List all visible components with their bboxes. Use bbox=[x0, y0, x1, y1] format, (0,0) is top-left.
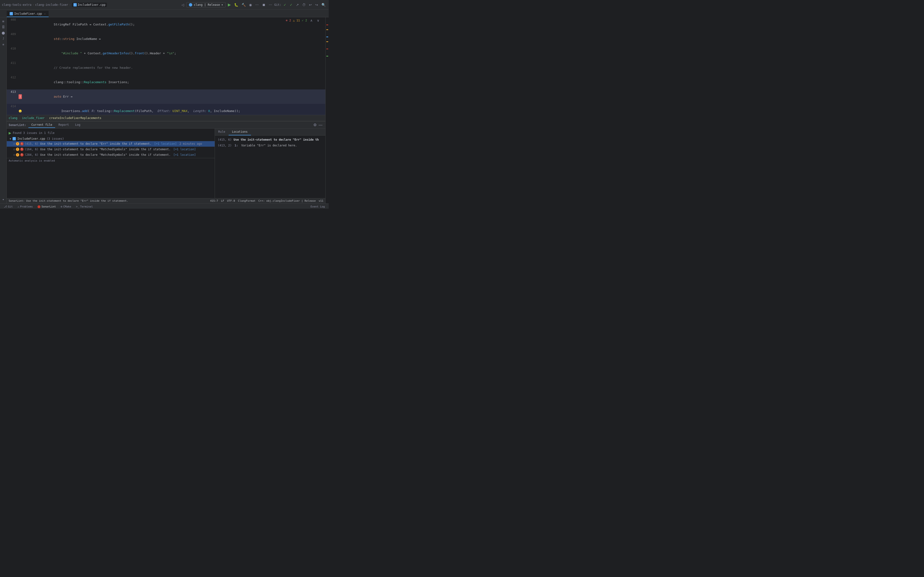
sidebar-pullreq-icon[interactable]: ⤴ bbox=[1, 36, 6, 41]
status-format[interactable]: ClangFormat bbox=[238, 199, 255, 202]
detail-issue-pos: (415, 6) bbox=[218, 138, 232, 141]
git-label: Git: bbox=[274, 3, 281, 6]
scroll-mark-info-1 bbox=[326, 37, 328, 37]
breadcrumb-item-1[interactable]: clang-tools-extra bbox=[2, 3, 32, 6]
found-issues-text: Found 3 issues in 1 file bbox=[13, 131, 54, 135]
issue-item-2[interactable]: ○ ! S (284, 6) Use the init-statement to… bbox=[7, 152, 215, 158]
breadcrumb-file[interactable]: C IncludeFixer.cpp bbox=[72, 3, 107, 7]
issue-item-1[interactable]: ○ ! S (164, 6) Use the init-statement to… bbox=[7, 147, 215, 152]
build-button[interactable]: 🔨 bbox=[241, 2, 247, 8]
issue-sonar-icon-1: S bbox=[20, 148, 24, 151]
issue-item-0[interactable]: ○ ! S (415, 6) Use the init-statement to… bbox=[7, 141, 215, 147]
cb-inner-ns[interactable]: include_fixer bbox=[22, 116, 45, 120]
scroll-mark-ok-1 bbox=[326, 56, 328, 56]
git-push-btn[interactable]: ↗ bbox=[295, 2, 300, 8]
run-analysis-button[interactable]: ▶ bbox=[9, 131, 11, 135]
sonarlint-tab-label: SonarLint bbox=[41, 205, 56, 208]
left-sidebar: ⊞ 🗄 ⬤ ⤴ ≡ ★ bbox=[0, 17, 7, 203]
sidebar-db-icon[interactable]: 🗄 bbox=[1, 24, 6, 30]
code-line-410: 410 "#include " + Context.getHeaderInfos… bbox=[7, 46, 325, 61]
ok-count: ✓ 2 bbox=[302, 19, 307, 22]
detail-location-1: (413, 2) 1: Variable "Err" is declared h… bbox=[218, 144, 322, 147]
cb-function[interactable]: createIncludeFixerReplacements bbox=[49, 116, 102, 120]
code-line-412: 412 clang::tooling::Replacements Inserti… bbox=[7, 75, 325, 89]
more-options-button[interactable]: ⋯ bbox=[254, 2, 260, 8]
back-nav-button[interactable]: ◁ bbox=[180, 2, 185, 8]
issues-header: ▶ Found 3 issues in 1 file bbox=[7, 130, 215, 136]
git-tab-icon: ⎇ bbox=[4, 205, 7, 208]
issue-text-1: (164, 6) Use the init-statement to decla… bbox=[24, 147, 213, 152]
stop-button[interactable]: ⏹ bbox=[261, 2, 267, 8]
git-undo-btn[interactable]: ↩ bbox=[308, 2, 313, 8]
run-button[interactable]: ▶ bbox=[227, 2, 232, 8]
sidebar-commit-icon[interactable]: ⬤ bbox=[1, 30, 6, 35]
issues-list[interactable]: ▶ Found 3 issues in 1 file ▼ C IncludeFi… bbox=[7, 129, 215, 198]
btab-git[interactable]: ⎇ Git bbox=[2, 205, 15, 209]
sidebar-structure-icon[interactable]: ≡ bbox=[1, 42, 6, 47]
git-check2-btn[interactable]: ✓ bbox=[289, 2, 294, 8]
git-redo-btn[interactable]: ↪ bbox=[314, 2, 319, 8]
code-breadcrumb: clang › include_fixer › createIncludeFix… bbox=[7, 115, 325, 121]
btab-event-log[interactable]: Event Log bbox=[309, 205, 327, 209]
git-history-btn[interactable]: ⏱ bbox=[301, 2, 307, 8]
panel-tabs-bar: SonarLint: Current file Report Log ⚙ — bbox=[7, 121, 325, 129]
breadcrumb-sep-1: › bbox=[32, 3, 34, 6]
more-btn[interactable]: ⋯ bbox=[268, 2, 273, 8]
run-config-label: clang | Release bbox=[194, 3, 220, 6]
btab-problems[interactable]: ⚠ Problems bbox=[16, 205, 35, 209]
detail-loc-num: 1: bbox=[234, 144, 239, 147]
terminal-tab-label: Terminal bbox=[80, 205, 93, 208]
tab-close-button[interactable]: ✕ bbox=[44, 13, 46, 15]
editor-tabs: C IncludeFixer.cpp ✕ bbox=[0, 10, 329, 17]
issue-warn-icon-1: ! bbox=[16, 148, 19, 151]
panel-settings-button[interactable]: ⚙ bbox=[313, 122, 317, 128]
expand-errors-btn[interactable]: ∧ bbox=[309, 18, 314, 23]
tab-include-fixer[interactable]: C IncludeFixer.cpp ✕ bbox=[7, 11, 48, 17]
warn-bulb-414[interactable]: 💡 bbox=[19, 110, 22, 113]
detail-tab-rule[interactable]: Rule bbox=[215, 129, 229, 135]
sidebar-favorites-icon[interactable]: ★ bbox=[1, 197, 6, 202]
scroll-mark-warn-1 bbox=[326, 29, 328, 30]
git-section: Git: ✓ ✓ ↗ ⏱ ↩ ↪ 🔍 bbox=[274, 2, 327, 8]
search-btn[interactable]: 🔍 bbox=[320, 2, 327, 8]
detail-tab-locations[interactable]: Locations bbox=[229, 129, 251, 135]
cmake-tab-label: CMake bbox=[63, 205, 71, 208]
run-config-selector[interactable]: clang | Release ▾ bbox=[186, 2, 226, 8]
status-message: SonarLint: Use the init-statement to dec… bbox=[9, 199, 128, 202]
btab-sonarlint[interactable]: SonarLint bbox=[36, 205, 58, 209]
panel-close-button[interactable]: — bbox=[318, 123, 323, 127]
issue-sonar-icon-0: S bbox=[20, 142, 24, 145]
status-position[interactable]: 415:7 bbox=[210, 199, 218, 202]
scroll-mark-error-1 bbox=[326, 24, 328, 25]
cb-namespace[interactable]: clang bbox=[9, 116, 17, 120]
coverage-button[interactable]: ◉ bbox=[248, 2, 253, 8]
sidebar-project-icon[interactable]: ⊞ bbox=[1, 19, 6, 24]
status-sonar-indicator: SonarLint: Use the init-statement to dec… bbox=[9, 199, 128, 202]
status-encoding[interactable]: UTF-8 bbox=[227, 199, 235, 202]
status-line-ending[interactable]: LF bbox=[221, 199, 224, 202]
scroll-mark-error-2 bbox=[326, 48, 328, 49]
breadcrumb-item-2[interactable]: clang-include-fixer bbox=[35, 3, 68, 6]
status-version: v11 bbox=[318, 199, 323, 202]
collapse-errors-btn[interactable]: ∨ bbox=[316, 18, 320, 23]
auto-analysis-text: Automatic analysis is enabled bbox=[7, 158, 215, 163]
status-language: C++: obj.clangIncludeFixer | Release bbox=[258, 199, 316, 202]
top-toolbar: clang-tools-extra › clang-include-fixer … bbox=[0, 0, 329, 10]
btab-terminal[interactable]: >_ Terminal bbox=[74, 205, 95, 209]
git-check-btn[interactable]: ✓ bbox=[282, 2, 288, 8]
terminal-tab-icon: >_ bbox=[76, 205, 79, 208]
detail-issue-msg: Use the init-statement to declare "Err" … bbox=[234, 138, 319, 141]
cb-sep1: › bbox=[19, 116, 21, 120]
code-content[interactable]: 408 StringRef FilePath = Context.getFile… bbox=[7, 17, 325, 115]
detail-tabs: Rule Locations bbox=[215, 129, 325, 135]
file-group-header[interactable]: ▼ C IncludeFixer.cpp (3 issues) bbox=[7, 136, 215, 141]
right-scroll-gutter[interactable] bbox=[325, 17, 329, 203]
code-editor-panel: ⊗ 2 △ 11 ✓ 2 ∧ ∨ 408 StringRef FilePath … bbox=[7, 17, 325, 203]
debug-button[interactable]: 🐛 bbox=[233, 2, 239, 8]
panel-tab-log[interactable]: Log bbox=[72, 122, 83, 128]
bottom-status-bar: SonarLint: Use the init-statement to dec… bbox=[7, 198, 325, 203]
btab-cmake[interactable]: ⚙ CMake bbox=[59, 205, 73, 209]
group-file-name: IncludeFixer.cpp bbox=[17, 137, 45, 140]
panel-tab-report[interactable]: Report bbox=[56, 122, 72, 128]
panel-tab-current-file[interactable]: Current file bbox=[28, 122, 55, 128]
